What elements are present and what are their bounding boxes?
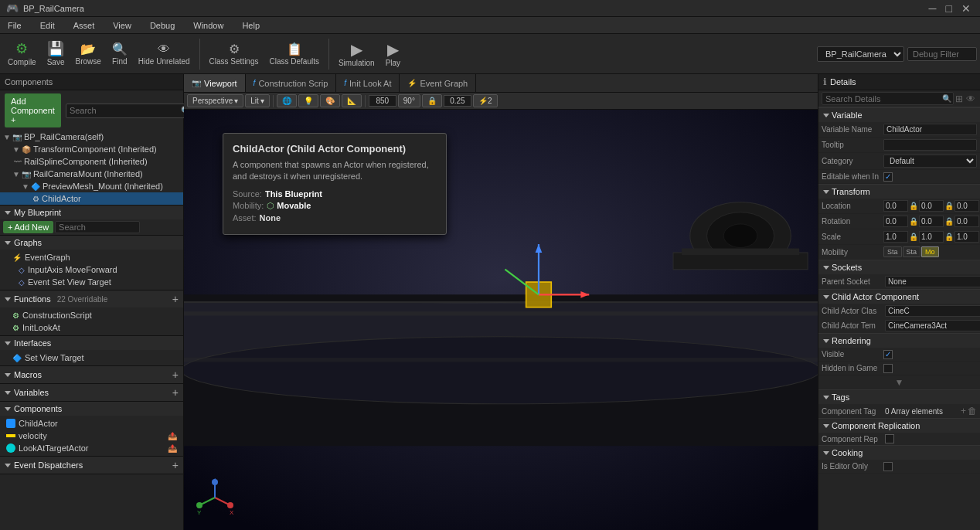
- add-component-button[interactable]: Add Component +: [5, 93, 61, 127]
- variables-header[interactable]: Variables +: [0, 384, 183, 401]
- rotation-x-input[interactable]: [883, 216, 908, 227]
- editable-checkbox[interactable]: [883, 172, 893, 182]
- eventgraph-item[interactable]: ⚡ EventGraph: [0, 251, 183, 263]
- child-actor-section-header[interactable]: Child Actor Component: [818, 289, 980, 304]
- tree-item-childactor[interactable]: ⚙ ChildActor: [0, 192, 183, 205]
- mobility-stationary-btn[interactable]: Sta: [903, 246, 921, 257]
- components-search-input[interactable]: [66, 104, 179, 117]
- speed-input[interactable]: [369, 95, 396, 107]
- interfaces-header[interactable]: Interfaces: [0, 336, 183, 350]
- view-mode-2[interactable]: 💡: [298, 94, 318, 107]
- menu-help[interactable]: Help: [237, 19, 264, 32]
- sockets-section-header[interactable]: Sockets: [818, 260, 980, 274]
- mobility-movable-btn[interactable]: Mo: [921, 246, 939, 257]
- browse-button[interactable]: 📂 Browse: [70, 40, 105, 66]
- viewport-tab[interactable]: 📷 Viewport: [184, 74, 246, 92]
- parent-socket-input[interactable]: [885, 276, 980, 287]
- rotation-y-input[interactable]: [919, 216, 944, 227]
- tags-del-button[interactable]: 🗑: [968, 406, 977, 416]
- lookatactor-var-item[interactable]: LookAtTargetActor 📤: [0, 442, 183, 454]
- eventsetview-item[interactable]: ◇ Event Set View Target: [0, 276, 183, 288]
- tooltip-input[interactable]: [883, 139, 977, 151]
- save-button[interactable]: 💾 Save: [43, 39, 70, 68]
- details-search-input[interactable]: [822, 93, 941, 104]
- event-dispatchers-header[interactable]: Event Dispatchers +: [0, 457, 183, 474]
- my-blueprint-search-input[interactable]: [55, 221, 140, 233]
- menu-edit[interactable]: Edit: [36, 19, 60, 32]
- visibility-toggle-button[interactable]: 👁: [966, 93, 975, 104]
- child-actor-templ-input[interactable]: [885, 320, 980, 331]
- component-rep-checkbox[interactable]: [885, 434, 894, 443]
- simulation-button[interactable]: ▶ Simulation: [334, 39, 379, 69]
- velocity-extra-btn[interactable]: 📤: [168, 432, 177, 440]
- macros-add-button[interactable]: +: [172, 369, 179, 381]
- menu-view[interactable]: View: [108, 19, 136, 32]
- location-z-input[interactable]: [954, 200, 979, 212]
- view-mode-3[interactable]: 🎨: [320, 94, 340, 107]
- class-defaults-button[interactable]: 📋 Class Defaults: [264, 40, 323, 66]
- transform-section-header[interactable]: Transform: [818, 184, 980, 199]
- construction-tab[interactable]: f Construction Scrip: [246, 74, 337, 92]
- replication-section-header[interactable]: Component Replication: [818, 418, 980, 433]
- macros-header[interactable]: Macros +: [0, 366, 183, 383]
- perspective-dropdown[interactable]: Perspective ▾: [187, 94, 243, 107]
- minimize-btn[interactable]: ─: [926, 2, 940, 15]
- initlookat-item[interactable]: ⚙ InitLookAt: [0, 321, 183, 334]
- add-new-button[interactable]: + Add New: [3, 221, 53, 233]
- rotation-z-input[interactable]: [954, 216, 979, 227]
- childactor-var-item[interactable]: ChildActor: [0, 417, 183, 430]
- view-mode-4[interactable]: 📐: [342, 94, 362, 107]
- location-y-input[interactable]: [919, 200, 944, 212]
- velocity-var-item[interactable]: velocity 📤: [0, 430, 183, 442]
- camera-speed[interactable]: ⚡2: [473, 94, 498, 107]
- variable-section-header[interactable]: Variable: [818, 107, 980, 122]
- menu-file[interactable]: File: [3, 19, 26, 32]
- fov-input[interactable]: [444, 95, 471, 107]
- mobility-static-btn[interactable]: Sta: [883, 246, 902, 257]
- variable-name-input[interactable]: [883, 124, 977, 135]
- is-editor-only-checkbox[interactable]: [883, 462, 893, 471]
- menu-debug[interactable]: Debug: [145, 19, 179, 32]
- scale-y-input[interactable]: [919, 231, 944, 243]
- graphs-header[interactable]: Graphs: [0, 236, 183, 250]
- play-button[interactable]: ▶ Play: [381, 39, 405, 69]
- menu-asset[interactable]: Asset: [69, 19, 100, 32]
- close-btn[interactable]: ✕: [958, 2, 974, 15]
- bp-name-dropdown[interactable]: BP_RailCamera: [817, 46, 904, 62]
- initlookat-tab[interactable]: f Init Look At: [336, 74, 400, 92]
- debug-filter-input[interactable]: [907, 47, 977, 61]
- class-settings-button[interactable]: ⚙ Class Settings: [205, 40, 264, 66]
- scale-z-input[interactable]: [954, 231, 979, 243]
- lit-button[interactable]: Lit ▾: [245, 94, 270, 107]
- event-dispatchers-add-button[interactable]: +: [172, 459, 179, 471]
- viewport-3d[interactable]: ChildActor (Child Actor Component) A com…: [184, 110, 818, 530]
- tags-section-header[interactable]: Tags: [818, 389, 980, 404]
- eventgraph-tab[interactable]: ⚡ Event Graph: [400, 74, 476, 92]
- maximize-btn[interactable]: □: [943, 2, 955, 15]
- location-x-input[interactable]: [883, 200, 908, 212]
- rendering-section-header[interactable]: Rendering: [818, 333, 980, 348]
- menu-window[interactable]: Window: [189, 19, 228, 32]
- grid-view-button[interactable]: ⊞: [955, 93, 963, 104]
- hide-unrelated-button[interactable]: 👁 Hide Unrelated: [134, 40, 195, 66]
- components-vars-header[interactable]: Components: [0, 402, 183, 416]
- compile-button[interactable]: ⚙ Compile: [3, 39, 41, 68]
- cooking-section-header[interactable]: Cooking: [818, 445, 980, 460]
- find-button[interactable]: 🔍 Find: [107, 40, 132, 66]
- category-dropdown[interactable]: Default: [883, 155, 977, 168]
- tags-add-button[interactable]: +: [961, 406, 966, 416]
- visible-checkbox[interactable]: [883, 350, 893, 359]
- child-actor-class-input[interactable]: [885, 305, 980, 317]
- angle-btn[interactable]: 90°: [398, 94, 420, 107]
- functions-header[interactable]: Functions 22 Overridable +: [0, 290, 183, 307]
- tree-item-bprailcamera[interactable]: ▼ 📷 BP_RailCamera(self): [0, 131, 183, 143]
- variables-add-button[interactable]: +: [172, 386, 179, 399]
- functions-add-button[interactable]: +: [172, 293, 179, 305]
- snap-btn[interactable]: 🔒: [422, 94, 442, 107]
- my-blueprint-header[interactable]: My Blueprint: [0, 206, 183, 219]
- lookatactor-extra-btn[interactable]: 📤: [168, 444, 177, 453]
- inputaxis-item[interactable]: ◇ InputAxis MoveForward: [0, 263, 183, 276]
- tree-item-railcameramount[interactable]: ▼ 📷 RailCameraMount (Inherited): [0, 168, 183, 180]
- tree-item-transform[interactable]: ▼ 📦 TransformComponent (Inherited): [0, 143, 183, 155]
- scale-x-input[interactable]: [883, 231, 908, 243]
